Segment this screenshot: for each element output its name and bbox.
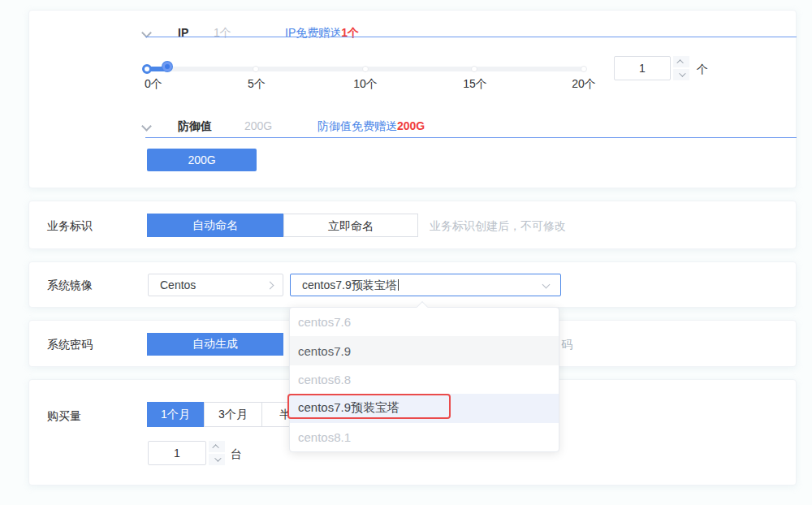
chevron-down-icon[interactable] — [141, 121, 152, 132]
password-hint-tail: 码 — [561, 321, 572, 368]
image-version-dropdown: centos7.6 centos7.9 centos6.8 centos7.9预… — [289, 307, 559, 452]
defense-section-divider — [145, 137, 797, 138]
caret-down-icon — [679, 70, 685, 76]
image-version-select[interactable]: centos7.9预装宝塔 — [290, 274, 561, 296]
image-family-select[interactable]: Centos — [148, 274, 283, 296]
ip-section-title: IP — [178, 23, 188, 42]
business-id-note: 业务标识创建后，不可修改 — [430, 201, 566, 250]
purchase-quantity-unit: 台 — [231, 447, 242, 462]
stepper-down-button[interactable] — [209, 454, 225, 465]
ip-quantity-stepper — [673, 56, 689, 80]
caret-down-icon — [214, 455, 221, 461]
ip-slider-tick-15[interactable] — [471, 66, 477, 72]
ip-slider-origin-knob[interactable] — [142, 64, 152, 74]
purchase-quantity-input[interactable] — [148, 441, 206, 465]
ip-slider-tick-20[interactable] — [581, 66, 587, 72]
name-now-button[interactable]: 立即命名 — [283, 214, 418, 237]
defense-section-header: 防御值 200G 防御值免费赠送200G — [29, 116, 796, 136]
defense-200g-button[interactable]: 200G — [147, 149, 257, 171]
slider-label-15: 15个 — [463, 77, 487, 92]
system-image-label: 系统镜像 — [47, 262, 93, 309]
slider-label-0: 0个 — [145, 77, 162, 92]
ip-quantity-unit: 个 — [697, 63, 708, 77]
purchase-label: 购买量 — [47, 409, 81, 424]
auto-generate-button[interactable]: 自动生成 — [147, 333, 283, 356]
slider-label-5: 5个 — [248, 77, 266, 92]
dropdown-option-centos7-6[interactable]: centos7.6 — [290, 308, 559, 336]
ip-section-header: IP 1个 IP免费赠送1个 — [29, 23, 796, 42]
slider-label-20: 20个 — [572, 77, 596, 92]
image-version-value: centos7.9预装宝塔 — [302, 278, 397, 291]
stepper-up-button[interactable] — [673, 56, 689, 67]
duration-1month-button[interactable]: 1个月 — [147, 402, 204, 427]
system-image-card: 系统镜像 Centos centos7.9预装宝塔 — [28, 261, 797, 308]
ip-quantity-input[interactable] — [614, 56, 671, 80]
ip-promo-text: IP免费赠送1个 — [285, 23, 359, 42]
ip-slider-tick-5[interactable] — [253, 66, 259, 72]
stepper-up-button[interactable] — [209, 441, 225, 452]
chevron-down-icon — [542, 281, 551, 289]
red-annotation-box — [287, 394, 451, 419]
caret-up-icon — [212, 444, 218, 451]
config-card-ip-defense: IP 1个 IP免费赠送1个 0个 5个 10个 15个 20个 个 防御值 2… — [28, 10, 797, 188]
business-id-toggle-group: 自动命名 立即命名 — [147, 214, 418, 237]
dropdown-option-centos7-9[interactable]: centos7.9 — [290, 336, 559, 365]
defense-current-value: 200G — [244, 116, 272, 136]
defense-promo-text: 防御值免费赠送200G — [317, 116, 425, 136]
defense-section-title: 防御值 — [178, 116, 212, 136]
ip-slider-handle[interactable] — [162, 62, 172, 71]
chevron-right-icon — [266, 282, 274, 290]
caret-up-icon — [676, 59, 683, 66]
business-id-label: 业务标识 — [47, 201, 93, 250]
dropdown-option-centos8-1[interactable]: centos8.1 — [290, 423, 559, 451]
stepper-down-button[interactable] — [673, 69, 689, 80]
system-password-label: 系统密码 — [47, 321, 93, 368]
auto-name-button[interactable]: 自动命名 — [147, 214, 283, 237]
slider-label-10: 10个 — [353, 77, 378, 92]
text-cursor — [398, 279, 399, 291]
purchase-quantity-stepper — [209, 441, 225, 465]
business-id-card: 业务标识 自动命名 立即命名 业务标识创建后，不可修改 — [28, 201, 797, 249]
ip-section-divider — [145, 37, 797, 37]
duration-3month-button[interactable]: 3个月 — [204, 402, 262, 427]
ip-current-value: 1个 — [214, 23, 231, 42]
image-family-value: Centos — [160, 278, 196, 291]
dropdown-option-centos6-8[interactable]: centos6.8 — [290, 365, 559, 394]
ip-slider-tick-10[interactable] — [362, 66, 369, 72]
